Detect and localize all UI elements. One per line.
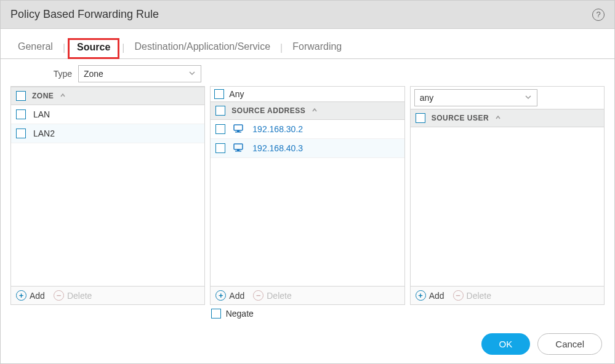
any-label: Any — [229, 89, 244, 99]
source-address-footer: + Add − Delete — [211, 286, 404, 304]
tab-separator: | — [119, 42, 127, 53]
table-row[interactable]: LAN2 — [11, 124, 204, 143]
row-checkbox[interactable] — [215, 143, 225, 153]
source-user-select[interactable]: any — [414, 89, 537, 106]
svg-rect-5 — [235, 151, 241, 152]
minus-icon: − — [253, 290, 263, 301]
add-label: Add — [30, 291, 45, 301]
zone-body: LAN LAN2 — [11, 105, 204, 286]
dialog-footer: OK Cancel — [1, 325, 614, 363]
source-user-column: any SOURCE USER + — [410, 86, 605, 305]
delete-label: Delete — [467, 291, 491, 301]
cancel-button[interactable]: Cancel — [537, 333, 602, 355]
zone-name: LAN2 — [33, 129, 55, 138]
zone-header[interactable]: ZONE — [11, 87, 204, 105]
table-row[interactable]: 192.168.30.2 — [211, 120, 404, 139]
source-address-header[interactable]: SOURCE ADDRESS — [211, 101, 404, 120]
source-user-body — [411, 127, 604, 286]
host-icon — [233, 143, 245, 153]
delete-label: Delete — [267, 291, 291, 301]
zone-delete-button[interactable]: − Delete — [54, 290, 92, 301]
svg-rect-0 — [234, 125, 243, 130]
source-address-delete-button[interactable]: − Delete — [253, 290, 291, 301]
source-address-body: 192.168.30.2 192.168.40.3 — [211, 120, 404, 286]
chevron-down-icon — [188, 69, 196, 79]
type-label: Type — [10, 69, 72, 79]
tab-general[interactable]: General — [10, 38, 60, 58]
type-row: Type Zone — [10, 65, 605, 82]
table-row[interactable]: 192.168.40.3 — [211, 139, 404, 158]
dialog-body: Type Zone ZONE — [1, 59, 614, 325]
zone-select-all-checkbox[interactable] — [16, 91, 26, 101]
address-value: 192.168.40.3 — [252, 143, 303, 153]
source-user-header-label: SOURCE USER — [432, 114, 489, 122]
zone-add-button[interactable]: + Add — [16, 290, 45, 301]
svg-rect-4 — [237, 149, 239, 151]
zone-header-label: ZONE — [32, 92, 54, 100]
sort-asc-icon — [495, 114, 501, 122]
tab-destination[interactable]: Destination/Application/Service — [127, 38, 278, 58]
source-address-column: Any SOURCE ADDRESS 192.168.30.2 — [210, 86, 404, 305]
tab-forwarding[interactable]: Forwarding — [285, 38, 349, 58]
chevron-down-icon — [525, 93, 532, 103]
columns: ZONE LAN LAN2 — [10, 86, 605, 305]
source-user-header[interactable]: SOURCE USER — [411, 109, 604, 127]
zone-footer: + Add − Delete — [11, 286, 204, 304]
svg-rect-2 — [235, 132, 241, 133]
svg-rect-3 — [234, 144, 243, 149]
tab-source[interactable]: Source — [68, 38, 119, 59]
any-checkbox[interactable] — [214, 89, 224, 99]
host-icon — [233, 124, 245, 134]
negate-label: Negate — [226, 309, 254, 318]
negate-checkbox[interactable] — [211, 309, 221, 318]
type-select[interactable]: Zone — [78, 65, 201, 82]
row-checkbox[interactable] — [215, 124, 225, 134]
plus-icon: + — [16, 290, 26, 301]
add-label: Add — [429, 291, 444, 301]
source-address-add-button[interactable]: + Add — [215, 290, 244, 301]
help-icon[interactable]: ? — [592, 9, 605, 21]
table-row[interactable]: LAN — [11, 105, 204, 124]
sort-asc-icon — [60, 92, 66, 100]
type-select-value: Zone — [84, 69, 103, 79]
row-checkbox[interactable] — [16, 109, 26, 119]
svg-rect-1 — [237, 130, 239, 132]
minus-icon: − — [453, 290, 464, 301]
source-address-top: Any — [211, 87, 404, 101]
dialog-title: Policy Based Forwarding Rule — [10, 8, 159, 21]
pbf-rule-dialog: Policy Based Forwarding Rule ? General |… — [0, 0, 615, 364]
tab-bar: General | Source | Destination/Applicati… — [1, 29, 614, 59]
source-user-select-all-checkbox[interactable] — [416, 113, 425, 123]
sort-asc-icon — [312, 107, 318, 114]
tab-separator: | — [60, 42, 68, 53]
ok-button[interactable]: OK — [481, 333, 531, 355]
source-address-header-label: SOURCE ADDRESS — [231, 106, 305, 115]
source-user-footer: + Add − Delete — [411, 286, 604, 304]
zone-name: LAN — [33, 109, 50, 119]
source-user-select-value: any — [420, 93, 434, 103]
zone-column: ZONE LAN LAN2 — [10, 86, 205, 305]
source-user-add-button[interactable]: + Add — [416, 290, 444, 301]
tab-separator: | — [278, 42, 285, 53]
delete-label: Delete — [67, 291, 92, 301]
address-value: 192.168.30.2 — [252, 124, 303, 134]
plus-icon: + — [215, 290, 226, 301]
plus-icon: + — [416, 290, 426, 301]
source-address-select-all-checkbox[interactable] — [215, 106, 225, 116]
negate-row: Negate — [209, 305, 407, 318]
minus-icon: − — [54, 290, 64, 301]
source-user-top: any — [411, 87, 604, 109]
add-label: Add — [229, 291, 244, 301]
row-checkbox[interactable] — [16, 129, 26, 138]
dialog-header: Policy Based Forwarding Rule ? — [1, 1, 614, 29]
source-user-delete-button[interactable]: − Delete — [453, 290, 491, 301]
